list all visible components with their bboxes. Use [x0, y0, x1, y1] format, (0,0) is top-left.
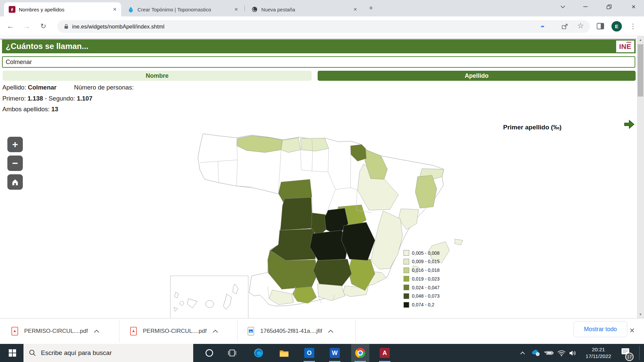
legend-row: 0,005 - 0,008: [404, 250, 477, 256]
map-title: Primer apellido (‰): [503, 124, 561, 131]
file-explorer-icon[interactable]: [279, 344, 289, 362]
download-item[interactable]: PERMISO-CIRCUL....pdf: [130, 318, 218, 344]
forward-button: →: [22, 21, 32, 31]
tab-search-chevron-icon[interactable]: [555, 0, 571, 13]
scrollbar-thumb[interactable]: [638, 44, 643, 97]
reload-button[interactable]: ↻: [38, 21, 48, 31]
chevron-up-icon[interactable]: [94, 330, 99, 333]
tab-apellido[interactable]: Apellido: [318, 71, 636, 81]
access-icon[interactable]: A: [380, 344, 390, 362]
scroll-up-icon[interactable]: ▲: [637, 36, 644, 44]
new-tab-button[interactable]: +: [366, 3, 376, 13]
clock-time: 20:21: [581, 346, 615, 353]
tab-title: Nueva pestaña: [261, 7, 349, 12]
widget-header: ¿Cuántos se llaman... INE: [2, 40, 636, 53]
notification-count-badge: 17: [625, 353, 634, 361]
canary-inset: [170, 276, 248, 318]
url-text[interactable]: ine.es/widgets/nombApell/index.shtml: [72, 20, 164, 33]
tray-expand-chevron-icon[interactable]: [519, 344, 527, 362]
lock-icon: [63, 23, 69, 29]
widget-top-border: [0, 39, 636, 39]
site-favicon-icon: [251, 6, 258, 13]
chrome-icon[interactable]: [355, 344, 365, 362]
download-filename[interactable]: PERMISO-CIRCUL....pdf: [143, 328, 207, 335]
onedrive-icon[interactable]: [531, 344, 541, 362]
task-view-icon[interactable]: [224, 344, 240, 362]
stats-line-2: Primero: 1.138 - Segundo: 1.107: [2, 95, 92, 102]
download-filename[interactable]: 1765d405-2f81-41a....jfif: [260, 328, 322, 335]
speaker-icon[interactable]: [568, 344, 578, 362]
downloads-separator: [355, 320, 356, 343]
browser-tab-active[interactable]: ē Nombres y apellidos ✕: [4, 2, 121, 16]
canary-islands: [174, 284, 238, 311]
home-icon: [11, 178, 19, 186]
legend-swatch: [404, 259, 409, 264]
battery-icon[interactable]: [544, 344, 554, 362]
downloads-separator: [119, 320, 119, 343]
start-button[interactable]: [5, 344, 20, 362]
surname-search-input[interactable]: [2, 56, 635, 68]
tab-nombre[interactable]: Nombre: [3, 71, 312, 81]
page-title: ¿Cuántos se llaman...: [6, 42, 89, 51]
cortana-icon[interactable]: [201, 344, 217, 362]
download-item[interactable]: 1765d405-2f81-41a....jfif: [248, 318, 333, 344]
wifi-icon[interactable]: [557, 344, 566, 362]
profile-avatar[interactable]: E: [611, 21, 622, 32]
browser-tab-toponimo[interactable]: Crear Topónimo | Toponomastico ✕: [123, 2, 243, 16]
page-scrollbar[interactable]: ▲ ▼: [637, 36, 644, 318]
window-close-button[interactable]: ✕: [626, 0, 641, 13]
share-icon[interactable]: [561, 23, 569, 30]
tab-title: Crear Topónimo | Toponomastico: [138, 7, 230, 12]
ine-logo[interactable]: INE: [616, 41, 634, 52]
chevron-up-icon[interactable]: [213, 330, 218, 333]
browser-tab-new[interactable]: Nueva pestaña ✕: [247, 2, 362, 16]
taskbar-search-box[interactable]: Escribe aquí para buscar: [23, 344, 193, 362]
legend-row: 0,024 - 0,047: [404, 285, 477, 290]
image-file-icon: [248, 327, 254, 336]
map-zoom-out-button[interactable]: −: [7, 156, 23, 171]
legend-swatch: [404, 302, 409, 308]
downloads-close-icon[interactable]: ✕: [629, 326, 635, 335]
taskbar-clock[interactable]: 20:21 17/11/2022: [581, 346, 615, 360]
chevron-up-icon[interactable]: [328, 330, 333, 333]
map-home-button[interactable]: [7, 174, 23, 190]
clock-date: 17/11/2022: [581, 353, 615, 360]
download-filename[interactable]: PERMISO-CIRCUL....pdf: [24, 328, 88, 335]
map-legend: 0,005 - 0,008 0,009 - 0,015 0,016 - 0,01…: [404, 250, 477, 311]
outlook-icon[interactable]: O: [304, 344, 314, 362]
tab-close-icon[interactable]: ✕: [233, 7, 239, 12]
legend-row: 0,074 - 0,2: [404, 302, 477, 308]
drop-favicon-icon: [127, 6, 134, 13]
map-zoom-in-button[interactable]: +: [7, 137, 23, 152]
scroll-down-icon[interactable]: ▼: [637, 311, 644, 318]
legend-row: 0,016 - 0,018: [404, 267, 477, 273]
side-panel-icon[interactable]: [596, 22, 604, 30]
show-desktop-separator[interactable]: [639, 346, 640, 360]
tab-close-icon[interactable]: ✕: [112, 7, 118, 12]
next-panel-arrow-button[interactable]: [624, 118, 635, 130]
window-restore-button[interactable]: [601, 0, 617, 13]
bookmark-star-icon[interactable]: ☆: [577, 21, 584, 30]
tab-title: Nombres y apellidos: [19, 7, 108, 12]
downloads-separator: [237, 320, 237, 343]
search-icon: [29, 349, 36, 357]
downloads-bar: PERMISO-CIRCUL....pdf PERMISO-CIRCUL....…: [0, 318, 644, 344]
pdf-file-icon: [130, 327, 137, 336]
ine-favicon-icon: ē: [9, 6, 15, 13]
pdf-file-icon: [11, 327, 18, 336]
browser-menu-icon[interactable]: ⋮: [628, 21, 638, 31]
word-icon[interactable]: W: [330, 344, 340, 362]
browser-toolbar: ← → ↻ ine.es/widgets/nombApell/index.sht…: [0, 16, 644, 36]
back-button[interactable]: ←: [5, 21, 15, 31]
legend-swatch: [404, 285, 409, 290]
window-minimize-button[interactable]: [578, 0, 593, 13]
download-item[interactable]: PERMISO-CIRCUL....pdf: [11, 318, 99, 344]
tab-close-icon[interactable]: ✕: [352, 7, 358, 12]
legend-swatch: [404, 267, 409, 273]
show-all-downloads-button[interactable]: Mostrar todo: [574, 321, 627, 337]
browser-tabstrip: ē Nombres y apellidos ✕ Crear Topónimo |…: [0, 0, 644, 16]
legend-swatch: [404, 293, 409, 299]
search-placeholder: Escribe aquí para buscar: [41, 349, 112, 357]
address-bar[interactable]: ine.es/widgets/nombApell/index.shtml ☆: [57, 20, 590, 33]
edge-icon[interactable]: [254, 344, 264, 362]
